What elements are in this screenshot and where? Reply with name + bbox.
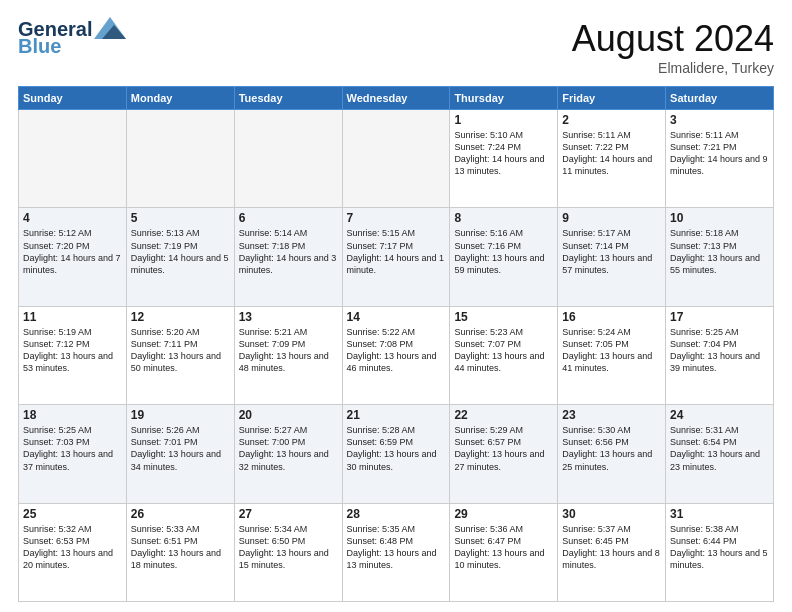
calendar-cell: 19Sunrise: 5:26 AM Sunset: 7:01 PM Dayli… (126, 405, 234, 503)
calendar-cell: 3Sunrise: 5:11 AM Sunset: 7:21 PM Daylig… (666, 110, 774, 208)
day-info: Sunrise: 5:31 AM Sunset: 6:54 PM Dayligh… (670, 424, 769, 473)
day-info: Sunrise: 5:28 AM Sunset: 6:59 PM Dayligh… (347, 424, 446, 473)
calendar-cell: 13Sunrise: 5:21 AM Sunset: 7:09 PM Dayli… (234, 306, 342, 404)
day-number: 12 (131, 310, 230, 324)
calendar-cell (234, 110, 342, 208)
day-number: 31 (670, 507, 769, 521)
day-number: 4 (23, 211, 122, 225)
calendar-cell: 9Sunrise: 5:17 AM Sunset: 7:14 PM Daylig… (558, 208, 666, 306)
day-info: Sunrise: 5:10 AM Sunset: 7:24 PM Dayligh… (454, 129, 553, 178)
calendar-cell: 23Sunrise: 5:30 AM Sunset: 6:56 PM Dayli… (558, 405, 666, 503)
day-number: 27 (239, 507, 338, 521)
calendar-cell: 14Sunrise: 5:22 AM Sunset: 7:08 PM Dayli… (342, 306, 450, 404)
month-year-title: August 2024 (572, 18, 774, 60)
calendar-cell: 29Sunrise: 5:36 AM Sunset: 6:47 PM Dayli… (450, 503, 558, 601)
day-info: Sunrise: 5:27 AM Sunset: 7:00 PM Dayligh… (239, 424, 338, 473)
day-number: 30 (562, 507, 661, 521)
day-info: Sunrise: 5:33 AM Sunset: 6:51 PM Dayligh… (131, 523, 230, 572)
day-info: Sunrise: 5:37 AM Sunset: 6:45 PM Dayligh… (562, 523, 661, 572)
day-info: Sunrise: 5:24 AM Sunset: 7:05 PM Dayligh… (562, 326, 661, 375)
title-section: August 2024 Elmalidere, Turkey (572, 18, 774, 76)
calendar-cell: 20Sunrise: 5:27 AM Sunset: 7:00 PM Dayli… (234, 405, 342, 503)
calendar-cell: 12Sunrise: 5:20 AM Sunset: 7:11 PM Dayli… (126, 306, 234, 404)
calendar-cell (19, 110, 127, 208)
day-info: Sunrise: 5:25 AM Sunset: 7:04 PM Dayligh… (670, 326, 769, 375)
day-info: Sunrise: 5:11 AM Sunset: 7:22 PM Dayligh… (562, 129, 661, 178)
day-number: 2 (562, 113, 661, 127)
day-info: Sunrise: 5:22 AM Sunset: 7:08 PM Dayligh… (347, 326, 446, 375)
calendar-cell: 8Sunrise: 5:16 AM Sunset: 7:16 PM Daylig… (450, 208, 558, 306)
col-friday: Friday (558, 87, 666, 110)
day-info: Sunrise: 5:19 AM Sunset: 7:12 PM Dayligh… (23, 326, 122, 375)
day-info: Sunrise: 5:13 AM Sunset: 7:19 PM Dayligh… (131, 227, 230, 276)
col-wednesday: Wednesday (342, 87, 450, 110)
calendar-row-4: 18Sunrise: 5:25 AM Sunset: 7:03 PM Dayli… (19, 405, 774, 503)
day-info: Sunrise: 5:18 AM Sunset: 7:13 PM Dayligh… (670, 227, 769, 276)
day-number: 15 (454, 310, 553, 324)
day-info: Sunrise: 5:25 AM Sunset: 7:03 PM Dayligh… (23, 424, 122, 473)
day-info: Sunrise: 5:12 AM Sunset: 7:20 PM Dayligh… (23, 227, 122, 276)
day-info: Sunrise: 5:15 AM Sunset: 7:17 PM Dayligh… (347, 227, 446, 276)
logo-blue: Blue (18, 35, 61, 58)
calendar-cell: 18Sunrise: 5:25 AM Sunset: 7:03 PM Dayli… (19, 405, 127, 503)
calendar-cell: 7Sunrise: 5:15 AM Sunset: 7:17 PM Daylig… (342, 208, 450, 306)
calendar-cell: 11Sunrise: 5:19 AM Sunset: 7:12 PM Dayli… (19, 306, 127, 404)
day-number: 16 (562, 310, 661, 324)
day-number: 28 (347, 507, 446, 521)
day-number: 18 (23, 408, 122, 422)
calendar-cell: 5Sunrise: 5:13 AM Sunset: 7:19 PM Daylig… (126, 208, 234, 306)
col-monday: Monday (126, 87, 234, 110)
calendar-cell: 24Sunrise: 5:31 AM Sunset: 6:54 PM Dayli… (666, 405, 774, 503)
calendar-cell: 21Sunrise: 5:28 AM Sunset: 6:59 PM Dayli… (342, 405, 450, 503)
day-number: 1 (454, 113, 553, 127)
day-number: 6 (239, 211, 338, 225)
day-info: Sunrise: 5:20 AM Sunset: 7:11 PM Dayligh… (131, 326, 230, 375)
day-number: 10 (670, 211, 769, 225)
day-info: Sunrise: 5:11 AM Sunset: 7:21 PM Dayligh… (670, 129, 769, 178)
day-info: Sunrise: 5:36 AM Sunset: 6:47 PM Dayligh… (454, 523, 553, 572)
day-info: Sunrise: 5:34 AM Sunset: 6:50 PM Dayligh… (239, 523, 338, 572)
day-number: 19 (131, 408, 230, 422)
day-info: Sunrise: 5:32 AM Sunset: 6:53 PM Dayligh… (23, 523, 122, 572)
day-number: 7 (347, 211, 446, 225)
calendar-cell: 26Sunrise: 5:33 AM Sunset: 6:51 PM Dayli… (126, 503, 234, 601)
day-number: 3 (670, 113, 769, 127)
calendar-row-2: 4Sunrise: 5:12 AM Sunset: 7:20 PM Daylig… (19, 208, 774, 306)
calendar-cell (342, 110, 450, 208)
day-number: 23 (562, 408, 661, 422)
calendar-cell: 4Sunrise: 5:12 AM Sunset: 7:20 PM Daylig… (19, 208, 127, 306)
calendar-cell: 6Sunrise: 5:14 AM Sunset: 7:18 PM Daylig… (234, 208, 342, 306)
calendar-cell: 2Sunrise: 5:11 AM Sunset: 7:22 PM Daylig… (558, 110, 666, 208)
day-number: 5 (131, 211, 230, 225)
day-number: 20 (239, 408, 338, 422)
calendar-cell: 28Sunrise: 5:35 AM Sunset: 6:48 PM Dayli… (342, 503, 450, 601)
day-info: Sunrise: 5:38 AM Sunset: 6:44 PM Dayligh… (670, 523, 769, 572)
col-thursday: Thursday (450, 87, 558, 110)
calendar-cell: 25Sunrise: 5:32 AM Sunset: 6:53 PM Dayli… (19, 503, 127, 601)
day-number: 11 (23, 310, 122, 324)
day-info: Sunrise: 5:17 AM Sunset: 7:14 PM Dayligh… (562, 227, 661, 276)
calendar-cell: 31Sunrise: 5:38 AM Sunset: 6:44 PM Dayli… (666, 503, 774, 601)
logo: General Blue (18, 18, 126, 58)
calendar-cell: 1Sunrise: 5:10 AM Sunset: 7:24 PM Daylig… (450, 110, 558, 208)
location-label: Elmalidere, Turkey (572, 60, 774, 76)
day-number: 24 (670, 408, 769, 422)
calendar-table: Sunday Monday Tuesday Wednesday Thursday… (18, 86, 774, 602)
day-info: Sunrise: 5:23 AM Sunset: 7:07 PM Dayligh… (454, 326, 553, 375)
calendar-cell (126, 110, 234, 208)
day-number: 21 (347, 408, 446, 422)
day-info: Sunrise: 5:26 AM Sunset: 7:01 PM Dayligh… (131, 424, 230, 473)
page-header: General Blue August 2024 Elmalidere, Tur… (18, 18, 774, 76)
day-info: Sunrise: 5:21 AM Sunset: 7:09 PM Dayligh… (239, 326, 338, 375)
day-info: Sunrise: 5:30 AM Sunset: 6:56 PM Dayligh… (562, 424, 661, 473)
calendar-cell: 17Sunrise: 5:25 AM Sunset: 7:04 PM Dayli… (666, 306, 774, 404)
col-saturday: Saturday (666, 87, 774, 110)
day-number: 8 (454, 211, 553, 225)
logo-icon (94, 17, 126, 39)
calendar-cell: 30Sunrise: 5:37 AM Sunset: 6:45 PM Dayli… (558, 503, 666, 601)
day-info: Sunrise: 5:29 AM Sunset: 6:57 PM Dayligh… (454, 424, 553, 473)
day-info: Sunrise: 5:16 AM Sunset: 7:16 PM Dayligh… (454, 227, 553, 276)
day-info: Sunrise: 5:35 AM Sunset: 6:48 PM Dayligh… (347, 523, 446, 572)
day-number: 17 (670, 310, 769, 324)
day-number: 25 (23, 507, 122, 521)
